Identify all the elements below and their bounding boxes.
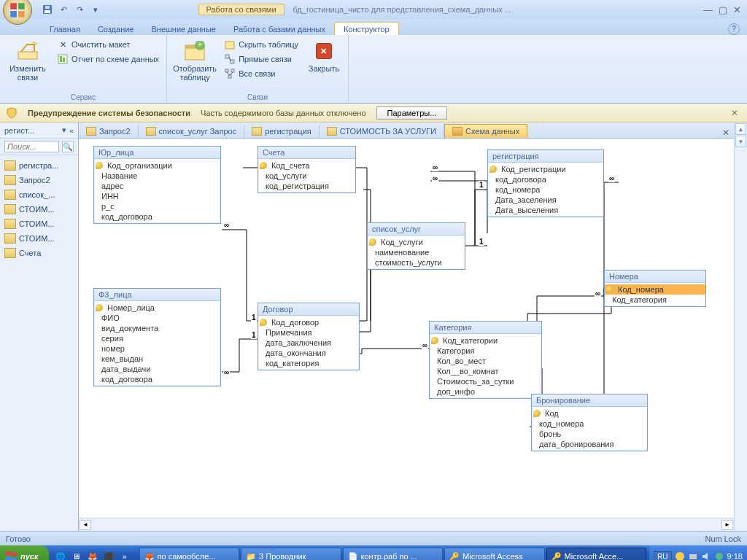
doctab-close-icon[interactable]: ✕ (718, 128, 734, 138)
tray-language[interactable]: RU (654, 551, 671, 561)
qat-undo-icon[interactable]: ↶ (57, 3, 70, 16)
table-nomera[interactable]: НомераКод_номераКод_категория (604, 270, 706, 307)
nav-search-input[interactable] (4, 141, 59, 152)
field[interactable]: Код_услуги (368, 237, 465, 247)
field[interactable]: Дата_выселения (488, 205, 603, 215)
doctab-spisok-uslug[interactable]: список_услуг Запрос (139, 125, 245, 138)
table-header[interactable]: Номера (605, 271, 705, 283)
field[interactable]: код_номера (488, 184, 603, 195)
table-fiz[interactable]: Ф3_лицаНомер_лицаФИОвид_документасерияно… (93, 288, 221, 386)
hscroll-left-icon[interactable]: ◄ (80, 520, 91, 530)
close-window-icon[interactable]: ✕ (733, 4, 741, 15)
nav-item[interactable]: Счета (1, 246, 77, 260)
nav-collapse-icon[interactable]: « (69, 126, 74, 135)
field[interactable]: Код_счета (258, 160, 355, 171)
field[interactable]: доп_инфо (430, 386, 541, 397)
nav-item[interactable]: список_... (1, 187, 77, 202)
clear-layout-button[interactable]: ✕Очистить макет (54, 38, 162, 51)
taskbar-task[interactable]: 🦊по самообсле... (139, 548, 240, 560)
taskbar-task[interactable]: 📁3 Проводник (241, 548, 341, 560)
edit-relationships-button[interactable]: Изменить связи (4, 38, 51, 83)
vscroll-down-icon[interactable]: ▼ (735, 136, 746, 147)
field[interactable]: Номер_лица (94, 303, 220, 313)
table-dogovor[interactable]: ДоговорКод_договорПримечаниядата_заключе… (258, 303, 360, 370)
ribbon-tab-home[interactable]: Главная (41, 23, 89, 35)
table-bron[interactable]: БронированиеКодкод_номераброньдата_брони… (531, 394, 648, 451)
field[interactable]: дата_выдачи (94, 364, 220, 374)
field[interactable]: Категория (430, 346, 541, 356)
ribbon-tab-designer[interactable]: Конструктор (334, 22, 399, 35)
qat-redo-icon[interactable]: ↷ (73, 3, 86, 16)
field[interactable]: Код_номера (605, 284, 705, 295)
start-button[interactable]: пуск (0, 545, 49, 560)
table-header[interactable]: список_услуг (368, 223, 465, 236)
field[interactable]: Стоимость_за_сутки (430, 376, 541, 386)
help-icon[interactable]: ? (728, 23, 740, 35)
ql-desktop-icon[interactable]: 🖥 (69, 548, 84, 560)
field[interactable]: адрес (94, 181, 220, 191)
table-header[interactable]: Юр_лица (94, 147, 220, 159)
ql-firefox-icon[interactable]: 🦊 (85, 548, 100, 560)
taskbar-task[interactable]: 🔑Microsoft Acce... (546, 548, 647, 560)
field[interactable]: дата_окончания (258, 348, 359, 358)
ql-more-icon[interactable]: » (117, 548, 132, 560)
vscroll-up-icon[interactable]: ▲ (735, 123, 746, 135)
hscroll-track[interactable] (92, 520, 721, 530)
field[interactable]: код_номера (532, 419, 647, 429)
nav-header-label[interactable]: регист... (4, 126, 59, 135)
close-button[interactable]: ✕ Закрыть (304, 38, 344, 74)
table-uslugi[interactable]: список_услугКод_услугинаименованиестоимо… (367, 222, 465, 270)
field[interactable]: Код_договор (258, 317, 359, 327)
table-reg[interactable]: регистрацияКод_регистрациикод_договорако… (487, 149, 604, 217)
nav-item[interactable]: СТОИМ... (1, 202, 77, 217)
nav-item[interactable]: Запрос2 (1, 173, 77, 187)
field[interactable]: Код_организации (94, 160, 220, 171)
field[interactable]: Дата_заселения (488, 195, 603, 205)
field[interactable]: код_договора (488, 174, 603, 184)
field[interactable]: Код (532, 408, 647, 419)
table-header[interactable]: регистрация (488, 150, 603, 163)
field[interactable]: ИНН (94, 191, 220, 201)
tray-volume-icon[interactable] (701, 551, 711, 560)
nav-search-icon[interactable]: 🔍 (62, 141, 74, 152)
field[interactable]: Примечания (258, 327, 359, 338)
table-header[interactable]: Счета (258, 147, 355, 159)
table-header[interactable]: Договор (258, 303, 359, 316)
direct-relationships-button[interactable]: Прямые связи (221, 52, 301, 66)
restore-icon[interactable]: ▢ (719, 4, 727, 15)
table-header[interactable]: Ф3_лица (94, 289, 220, 301)
tray-icon-1[interactable] (675, 551, 685, 560)
ribbon-tab-dbtools[interactable]: Работа с базами данных (225, 23, 334, 35)
doctab-schema[interactable]: Схема данных (444, 124, 527, 138)
tray-icon-2[interactable] (688, 551, 698, 560)
field[interactable]: ФИО (94, 313, 220, 323)
field[interactable]: наименование (368, 247, 465, 257)
nav-item[interactable]: СТОИМ... (1, 231, 77, 246)
field[interactable]: Код_регистрации (488, 164, 603, 174)
doctab-zapros2[interactable]: Запрос2 (79, 125, 139, 138)
field[interactable]: номер (94, 343, 220, 354)
field[interactable]: дата_заключения (258, 338, 359, 348)
ql-ie-icon[interactable]: 🌐 (53, 548, 68, 560)
table-header[interactable]: Категория (430, 322, 541, 334)
field[interactable]: код_категория (258, 358, 359, 368)
field[interactable]: код_договора (94, 374, 220, 384)
security-options-button[interactable]: Параметры... (376, 106, 448, 120)
doctab-stoimost[interactable]: СТОИМОСТЬ ЗА УСЛУГИ (320, 125, 444, 138)
field[interactable]: код_договора (94, 211, 220, 222)
nav-header-dropdown-icon[interactable]: ▾ (62, 125, 66, 135)
show-table-button[interactable]: + Отобразить таблицу (171, 38, 218, 83)
table-kategoria[interactable]: КатегорияКод_категорииКатегорияКол_во_ме… (429, 321, 542, 399)
ribbon-tab-create[interactable]: Создание (89, 23, 143, 35)
field[interactable]: р_с (94, 201, 220, 211)
tray-icon-3[interactable] (714, 551, 724, 560)
relationship-report-button[interactable]: Отчет по схеме данных (54, 52, 162, 66)
nav-item[interactable]: регистра... (1, 158, 77, 173)
qat-save-icon[interactable] (41, 3, 54, 16)
field[interactable]: код_услуги (258, 171, 355, 181)
field[interactable]: код_регистрация (258, 181, 355, 191)
minimize-icon[interactable]: — (703, 4, 713, 15)
taskbar-task[interactable]: 🔑Microsoft Access (444, 548, 545, 560)
field[interactable]: бронь (532, 429, 647, 439)
field[interactable]: дата_бронирования (532, 439, 647, 449)
